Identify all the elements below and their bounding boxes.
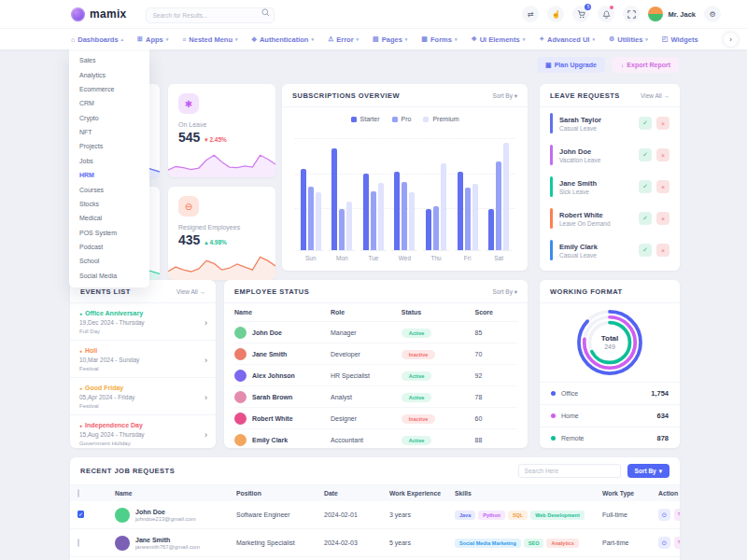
plan-upgrade-button[interactable]: ▣Plan Upgrade [537,57,605,73]
menu-item-crm[interactable]: CRM [69,96,149,110]
approve-button[interactable]: ✓ [639,117,652,130]
menu-item-courses[interactable]: Courses [69,182,149,196]
fullscreen-icon[interactable] [623,6,640,22]
menu-item-pos-system[interactable]: POS System [69,226,149,240]
bar-pro[interactable] [402,182,407,250]
column-status[interactable]: Status [402,309,475,315]
bar-starter[interactable] [426,209,431,250]
nav-item-advanced-ui[interactable]: ✦Advanced UI▾ [539,35,595,44]
column-work-experience[interactable]: Work Experience [386,490,451,497]
nav-item-authentication[interactable]: ◈Authentication▾ [252,35,314,44]
menu-item-hrm[interactable]: HRM [69,168,149,182]
search-input[interactable] [146,7,275,23]
bar-starter[interactable] [331,148,337,250]
sort-by-button[interactable]: Sort By▾ [627,464,669,478]
bar-pro[interactable] [339,209,345,250]
bar-pro[interactable] [308,187,314,250]
menu-item-ecommerce[interactable]: Ecommerce [69,82,149,96]
row-checkbox-checked[interactable]: ✓ [78,511,84,518]
nav-item-ui-elements[interactable]: ❖Ui Elements▾ [471,35,525,44]
bar-premium[interactable] [472,184,478,250]
sort-by-dropdown[interactable]: Sort By ▾ [493,92,517,100]
bar-premium[interactable] [503,143,509,250]
table-row[interactable]: Jane Smith Developer Inactive 70 [234,343,517,365]
sort-by-dropdown[interactable]: Sort By ▾ [493,288,517,296]
table-row[interactable]: Robert White Designer Inactive 60 [234,408,517,429]
chevron-right-icon[interactable]: › [204,356,207,365]
menu-item-stocks[interactable]: Stocks [69,197,149,211]
bar-pro[interactable] [496,161,501,250]
view-all-link[interactable]: View All → [176,288,205,295]
table-row[interactable]: Jane Smithjanesmith767@gmail.com Marketi… [70,529,680,557]
user-menu[interactable]: Mr. Jack [648,7,696,21]
column-date[interactable]: Date [320,490,386,497]
approve-button[interactable]: ✓ [639,212,652,225]
column-action[interactable]: Action [655,490,680,497]
bar-starter[interactable] [363,174,369,250]
bar-starter[interactable] [301,169,306,250]
bar-pro[interactable] [371,191,376,250]
bar-starter[interactable] [458,172,463,250]
table-search-input[interactable] [518,464,621,478]
approve-button[interactable]: ✓ [639,180,652,193]
settings-gear-icon[interactable]: ⚙ [704,6,721,22]
view-all-link[interactable]: View All → [641,92,669,99]
menu-item-jobs[interactable]: Jobs [69,154,149,168]
nav-item-widgets[interactable]: ◰Widgets [662,35,698,44]
chevron-right-icon[interactable]: › [204,430,207,440]
column-role[interactable]: Role [331,309,402,315]
cart-icon[interactable]: 5 [572,6,589,22]
nav-item-forms[interactable]: ▦Forms▾ [421,35,457,44]
edit-button[interactable]: ✎ [674,509,680,521]
column-position[interactable]: Position [233,490,320,497]
column-name[interactable]: Name [111,490,233,497]
notifications-bell-icon[interactable] [598,6,614,22]
bar-pro[interactable] [465,188,471,250]
nav-item-pages[interactable]: ▤Pages▾ [373,35,407,44]
view-button[interactable]: ⊙ [658,537,670,549]
nav-item-apps[interactable]: ⊞Apps▾ [137,35,168,44]
bar-pro[interactable] [433,206,439,250]
chevron-right-icon[interactable]: › [204,393,207,402]
nav-item-utilities[interactable]: ⚙Utilities▾ [609,35,648,44]
bar-premium[interactable] [316,192,321,250]
bar-premium[interactable] [378,183,384,250]
menu-item-medical[interactable]: Medical [69,211,149,225]
brand[interactable]: mamix [71,7,127,21]
select-all-checkbox[interactable] [78,489,79,497]
view-button[interactable]: ⊙ [658,509,670,521]
table-row[interactable]: Alex Johnson HR Specialist Active 92 [234,365,517,386]
export-report-button[interactable]: ↓Export Report [613,57,679,73]
menu-item-nft[interactable]: NFT [69,125,149,139]
table-row[interactable]: John Doe Manager Active 85 [234,322,517,343]
approve-button[interactable]: ✓ [639,148,652,161]
reject-button[interactable]: × [656,148,669,161]
menu-item-sales[interactable]: Sales [69,53,149,67]
column-skills[interactable]: Skills [451,490,599,497]
nav-item-dashboards[interactable]: ⌂Dashboards▴ [71,35,123,44]
bar-premium[interactable] [346,202,352,250]
reject-button[interactable]: × [656,180,669,193]
menu-item-analytics[interactable]: Analytics [69,67,149,81]
menu-item-projects[interactable]: Projects [69,139,149,153]
translate-icon[interactable]: ⇄ [522,6,539,22]
table-row[interactable]: ✓ John Doejohndoe213@gmail.com Software … [70,501,680,529]
menu-item-podcast[interactable]: Podcast [69,240,149,254]
chevron-right-icon[interactable]: › [204,318,207,328]
nav-item-nested-menu[interactable]: ≡Nested Menu▾ [182,35,237,44]
column-name[interactable]: Name [234,309,331,315]
edit-button[interactable]: ✎ [674,537,680,549]
reject-button[interactable]: × [656,117,669,130]
bar-starter[interactable] [394,172,400,250]
bar-starter[interactable] [488,209,494,250]
menu-item-social-media[interactable]: Social Media [69,269,149,283]
hand-gesture-icon[interactable]: ☝ [547,6,564,22]
nav-item-error[interactable]: ⚠Error▾ [328,35,359,44]
row-checkbox[interactable] [78,539,79,547]
nav-scroll-button[interactable]: › [724,33,738,47]
bar-premium[interactable] [441,163,446,250]
table-row[interactable]: Sarah Brown Analyst Active 78 [234,386,517,408]
bar-premium[interactable] [409,192,415,250]
table-row[interactable]: Emily Clark Accountant Active 88 [234,429,517,448]
approve-button[interactable]: ✓ [639,244,652,257]
